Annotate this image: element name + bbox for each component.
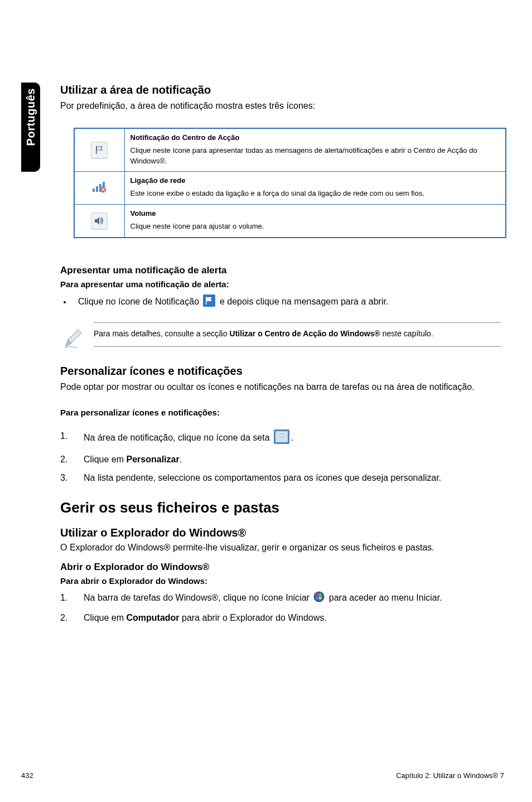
- arrow-up-tray-icon: [274, 429, 289, 447]
- action-center-flag-icon: [91, 142, 108, 158]
- page-content: Utilizar a área de notificação Por prede…: [60, 84, 501, 630]
- step-post: .: [291, 433, 293, 442]
- note-bold: Utilizar o Centro de Acção do Windows®: [230, 329, 380, 338]
- intro-customize-icons: Pode optar por mostrar ou ocultar os íco…: [60, 381, 501, 393]
- list-item: 1. Na área de notificação, clique no íco…: [60, 429, 501, 447]
- step-number: 2.: [60, 453, 70, 466]
- svg-rect-14: [316, 597, 319, 600]
- heading-open-explorer: Abrir o Explorador do Windows®: [60, 562, 501, 573]
- heading-windows-explorer: Utilizar o Explorador do Windows®: [60, 526, 501, 539]
- action-center-flag-icon: [203, 294, 215, 310]
- step-text: Na área de notificação, clique no ícone …: [84, 429, 293, 447]
- svg-rect-1: [93, 189, 95, 192]
- row-title: Ligação de rede: [130, 176, 500, 185]
- list-item: 2. Clique em Personalizar.: [60, 453, 501, 466]
- page-footer: 432 Capítulo 2: Utilizar o Windows® 7: [21, 771, 504, 780]
- table-text-cell: Volume Clique neste ícone para ajustar o…: [124, 205, 506, 238]
- note-text: Para mais detalhes, consulte a secção Ut…: [94, 328, 501, 340]
- row-desc: Clique neste ícone para apresentar todas…: [130, 146, 477, 165]
- step-bold: Computador: [126, 613, 179, 622]
- step-text: Na lista pendente, seleccione os comport…: [84, 471, 441, 484]
- table-row: Notificação do Centro de Acção Clique ne…: [74, 128, 506, 172]
- subheading-open-explorer: Para abrir o Explorador do Windows:: [60, 576, 501, 586]
- svg-rect-2: [96, 186, 98, 192]
- table-text-cell: Notificação do Centro de Acção Clique ne…: [124, 128, 506, 172]
- bullet-pre: Clique no ícone de Notificação: [78, 297, 201, 306]
- bullet-show-alert: Clique no ícone de Notificação e depois …: [60, 294, 501, 310]
- bullet-dot: [64, 301, 66, 303]
- row-desc: Este ícone exibe o estado da ligação e a…: [130, 189, 425, 197]
- step-post: para abrir o Explorador do Windows.: [180, 613, 327, 622]
- heading-notification-area: Utilizar a área de notificação: [60, 84, 501, 96]
- list-item: 2. Clique em Computador para abrir o Exp…: [60, 611, 501, 624]
- notification-icons-table: Notificação do Centro de Acção Clique ne…: [74, 128, 506, 238]
- subheading-customize: Para personalizar ícones e notificações:: [60, 408, 501, 417]
- note-post: neste capítulo.: [380, 329, 433, 338]
- heading-customize-icons: Personalizar ícones e notificações: [60, 365, 501, 378]
- step-pre: Na área de notificação, clique no ícone …: [84, 433, 272, 442]
- subheading-show-alert: Para apresentar uma notificação de alert…: [60, 279, 501, 289]
- chapter-label: Capítulo 2: Utilizar o Windows® 7: [396, 771, 504, 780]
- note-box: Para mais detalhes, consulte a secção Ut…: [60, 322, 501, 347]
- note-pre: Para mais detalhes, consulte a secção: [94, 329, 230, 338]
- heading-show-alert: Apresentar uma notificação de alerta: [60, 265, 501, 276]
- table-row: Ligação de rede Este ícone exibe o estad…: [74, 172, 506, 205]
- note-inner: Para mais detalhes, consulte a secção Ut…: [94, 322, 501, 347]
- intro-windows-explorer: O Explorador do Windows® permite-lhe vis…: [60, 542, 501, 554]
- step-text: Na barra de tarefas do Windows®, clique …: [84, 591, 442, 606]
- table-icon-cell: [74, 128, 124, 172]
- row-desc: Clique neste ícone para ajustar o volume…: [130, 222, 264, 230]
- step-text: Clique em Computador para abrir o Explor…: [84, 611, 327, 624]
- list-item: 1. Na barra de tarefas do Windows®, cliq…: [60, 591, 501, 606]
- steps-open-explorer: 1. Na barra de tarefas do Windows®, cliq…: [60, 591, 501, 624]
- language-side-tab: Português: [21, 83, 40, 172]
- step-number: 2.: [60, 611, 70, 624]
- table-icon-cell: [74, 205, 124, 238]
- step-pre: Clique em: [84, 613, 126, 622]
- steps-customize: 1. Na área de notificação, clique no íco…: [60, 429, 501, 485]
- step-post: .: [180, 455, 182, 464]
- step-number: 1.: [60, 591, 70, 604]
- pencil-icon: [62, 327, 85, 352]
- network-bars-icon: [92, 181, 107, 195]
- step-text: Clique em Personalizar.: [84, 453, 182, 466]
- step-pre: Na barra de tarefas do Windows®, clique …: [84, 593, 312, 602]
- svg-rect-15: [319, 597, 322, 600]
- volume-speaker-icon: [91, 212, 108, 229]
- heading-manage-files: Gerir os seus ficheiros e pastas: [60, 499, 501, 516]
- step-number: 1.: [60, 429, 70, 442]
- row-title: Volume: [130, 209, 500, 218]
- svg-rect-7: [206, 297, 207, 305]
- page-number: 432: [21, 771, 33, 780]
- bullet-post: e depois clique na mensagem para a abrir…: [220, 297, 388, 306]
- svg-rect-12: [316, 593, 319, 596]
- step-pre: Clique em: [84, 455, 126, 464]
- step-bold: Personalizar: [126, 455, 179, 464]
- step-number: 3.: [60, 471, 70, 484]
- svg-rect-13: [319, 593, 322, 596]
- row-title: Notificação do Centro de Acção: [130, 133, 500, 142]
- language-label: Português: [25, 88, 37, 146]
- bullet-text: Clique no ícone de Notificação e depois …: [78, 294, 388, 310]
- step-post: para aceder ao menu Iniciar.: [329, 593, 442, 602]
- table-text-cell: Ligação de rede Este ícone exibe o estad…: [124, 172, 506, 205]
- table-row: Volume Clique neste ícone para ajustar o…: [74, 205, 506, 238]
- intro-notification-area: Por predefinição, a área de notificação …: [60, 100, 501, 112]
- table-icon-cell: [74, 172, 124, 205]
- windows-start-orb-icon: [313, 591, 325, 606]
- list-item: 3. Na lista pendente, seleccione os comp…: [60, 471, 501, 484]
